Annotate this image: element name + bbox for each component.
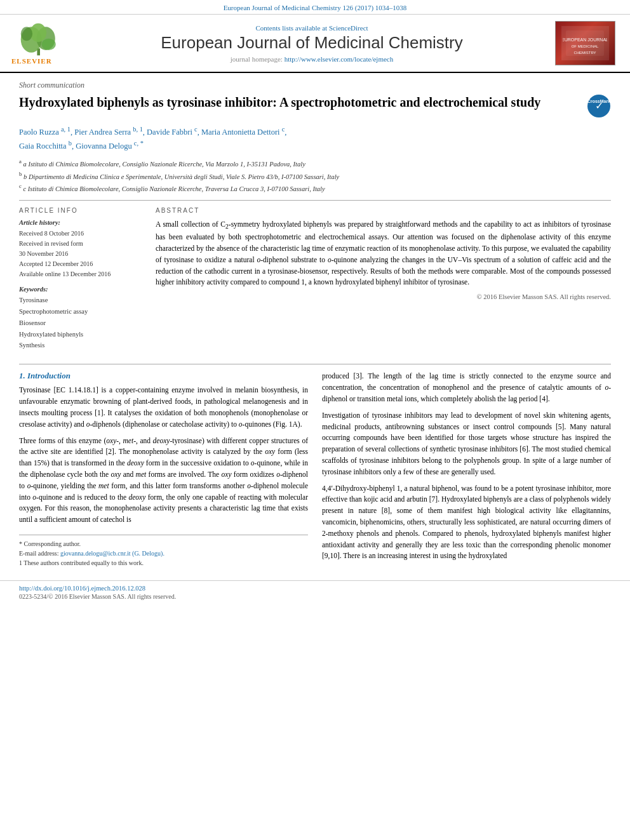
keyword-1: Tyrosinase (19, 295, 143, 306)
journal-header: ELSEVIER Contents lists available at Sci… (0, 15, 630, 73)
doi-link[interactable]: http://dx.doi.org/10.1016/j.ejmech.2016.… (19, 585, 145, 592)
article-info-heading: ARTICLE INFO (19, 207, 143, 214)
footer-issn: 0223-5234/© 2016 Elsevier Masson SAS. Al… (19, 593, 611, 600)
article-type: Short communication (19, 81, 611, 90)
journal-citation-text: European Journal of Medicinal Chemistry … (224, 4, 407, 11)
intro-para-1: Tyrosinase [EC 1.14.18.1] is a copper-co… (19, 385, 308, 430)
date-revised: 30 November 2016 (19, 249, 143, 259)
abstract-heading: ABSTRACT (156, 207, 611, 214)
journal-citation-banner: European Journal of Medicinal Chemistry … (0, 0, 630, 15)
affiliations: a a Istituto di Chimica Biomolecolare, C… (19, 157, 611, 194)
footnote-equal: 1 These authors contributed equally to t… (19, 558, 308, 568)
svg-text:✓: ✓ (595, 100, 603, 111)
journal-homepage: journal homepage: http://www.elsevier.co… (69, 55, 555, 63)
right-para-2: Investigation of tyrosinase inhibitors m… (322, 410, 611, 478)
sciencedirect-label: ScienceDirect (329, 24, 368, 32)
elsevier-logo: ELSEVIER (11, 22, 69, 65)
affiliation-b: b b Dipartimento di Medicina Clinica e S… (19, 170, 611, 182)
date-received: Received 8 October 2016 (19, 229, 143, 239)
svg-point-4 (21, 27, 32, 41)
affiliation-c: c c Istituto di Chimica Biomolecolare, C… (19, 182, 611, 194)
article-title-row: Hydroxylated biphenyls as tyrosinase inh… (19, 94, 611, 118)
body-two-columns: 1. Introduction Tyrosinase [EC 1.14.18.1… (19, 371, 611, 568)
article-info-abstract: ARTICLE INFO Article history: Received 8… (19, 207, 611, 351)
sciencedirect-link[interactable]: Contents lists available at ScienceDirec… (69, 24, 555, 32)
keywords-list: Tyrosinase Spectrophotometric assay Bios… (19, 295, 143, 351)
right-para-3: 4,4′-Dihydroxy-biphenyl 1, a natural bip… (322, 483, 611, 563)
article-title: Hydroxylated biphenyls as tyrosinase inh… (19, 94, 587, 110)
journal-cover-image: EUROPEAN JOURNAL OF MEDICINAL CHEMISTRY (555, 21, 615, 65)
keyword-2: Spectrophotometric assay (19, 306, 143, 317)
contents-prefix: Contents lists available at (255, 24, 327, 32)
journal-title: European Journal of Medicinal Chemistry (69, 33, 555, 53)
keyword-3: Biosensor (19, 317, 143, 329)
affiliation-b-text: b Dipartimento di Medicina Clinica e Spe… (23, 173, 339, 180)
intro-heading: 1. Introduction (19, 371, 308, 381)
svg-text:OF MEDICINAL: OF MEDICINAL (572, 44, 599, 48)
elsevier-tree-icon (11, 22, 69, 57)
abstract-text: A small collection of C2-symmetry hydrox… (156, 219, 611, 288)
journal-header-center: Contents lists available at ScienceDirec… (69, 24, 555, 63)
footnote-corresponding: * Corresponding author. (19, 539, 308, 549)
elsevier-brand-text: ELSEVIER (11, 57, 52, 65)
date-accepted: Accepted 12 December 2016 (19, 259, 143, 269)
affiliation-c-text: c Istituto di Chimica Biomolecolare, Con… (23, 185, 325, 192)
main-body: 1. Introduction Tyrosinase [EC 1.14.18.1… (0, 364, 630, 580)
intro-para-2: Three forms of this enzyme (oxy-, met-, … (19, 436, 308, 526)
section-divider (19, 200, 611, 201)
svg-point-3 (30, 23, 46, 41)
body-left-column: 1. Introduction Tyrosinase [EC 1.14.18.1… (19, 371, 308, 568)
right-para-1: produced [3]. The length of the lag time… (322, 371, 611, 404)
date-online: Available online 13 December 2016 (19, 269, 143, 279)
crossmark-badge-icon: CrossMark ✓ (587, 94, 611, 118)
homepage-prefix: journal homepage: (231, 55, 283, 63)
keyword-5: Synthesis (19, 340, 143, 351)
footnote-section: * Corresponding author. E-mail address: … (19, 535, 308, 568)
svg-point-5 (42, 38, 56, 50)
authors-text: Paolo Ruzza a, 1, Pier Andrea Serra b, 1… (19, 128, 286, 150)
article-content: Short communication Hydroxylated bipheny… (0, 73, 630, 364)
article-info-column: ARTICLE INFO Article history: Received 8… (19, 207, 143, 351)
footnote-email-label: E-mail address: (19, 550, 58, 557)
date-revised-label: Received in revised form (19, 239, 143, 249)
abstract-column: ABSTRACT A small collection of C2-symmet… (156, 207, 611, 351)
copyright-line: © 2016 Elsevier Masson SAS. All rights r… (156, 293, 611, 300)
article-dates: Received 8 October 2016 Received in revi… (19, 229, 143, 279)
article-history-label: Article history: (19, 219, 143, 226)
affiliation-a-text: a Istituto di Chimica Biomolecolare, Con… (23, 161, 305, 168)
authors-line: Paolo Ruzza a, 1, Pier Andrea Serra b, 1… (19, 124, 611, 152)
cover-graphic: EUROPEAN JOURNAL OF MEDICINAL CHEMISTRY (563, 27, 607, 59)
journal-cover-area: EUROPEAN JOURNAL OF MEDICINAL CHEMISTRY (555, 21, 619, 65)
svg-text:EUROPEAN JOURNAL: EUROPEAN JOURNAL (563, 37, 607, 42)
keywords-label: Keywords: (19, 286, 143, 293)
footnote-email-address[interactable]: giovanna.delogu@icb.cnr.it (G. Delogu). (60, 550, 164, 557)
footer-doi[interactable]: http://dx.doi.org/10.1016/j.ejmech.2016.… (19, 585, 611, 592)
footer: http://dx.doi.org/10.1016/j.ejmech.2016.… (0, 580, 630, 605)
keyword-4: Hydroxylated biphenyls (19, 329, 143, 340)
affiliation-a: a a Istituto di Chimica Biomolecolare, C… (19, 157, 611, 169)
homepage-url[interactable]: http://www.elsevier.com/locate/ejmech (285, 55, 394, 63)
svg-text:CHEMISTRY: CHEMISTRY (574, 51, 596, 55)
body-right-column: produced [3]. The length of the lag time… (322, 371, 611, 568)
footnote-email: E-mail address: giovanna.delogu@icb.cnr.… (19, 549, 308, 558)
